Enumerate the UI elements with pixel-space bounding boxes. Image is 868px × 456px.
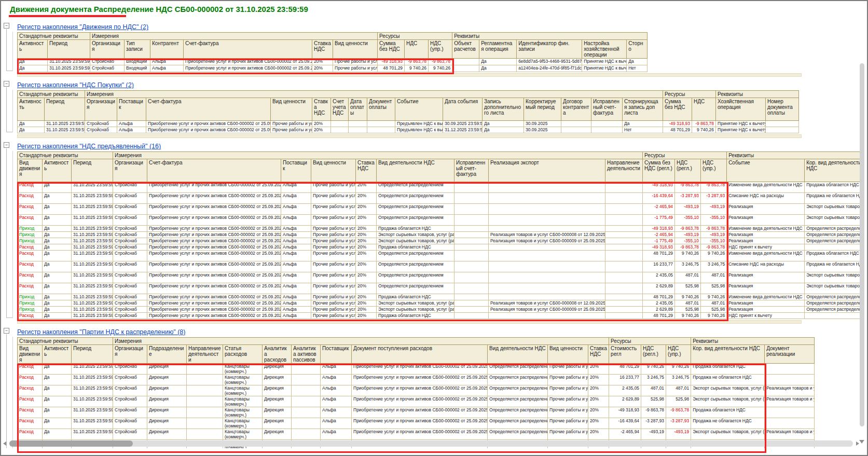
cell[interactable]: Экспорт сырьевых товаров, услуг (работ) <box>377 232 454 238</box>
cell[interactable]: 20% <box>356 261 377 272</box>
cell[interactable]: Приобретение услуг и прочих активов СБ00… <box>147 182 281 193</box>
cell[interactable] <box>605 283 643 294</box>
cell[interactable]: Экспорт сырьевых товаров, услуг (работ) <box>805 204 860 215</box>
cell[interactable]: Расход <box>18 418 43 429</box>
cell[interactable]: Расход <box>18 407 43 418</box>
cell[interactable]: Реализация товаров и услуг СБ00-000009 о… <box>489 307 605 313</box>
cell[interactable]: Предъявлен НДС к вычету <box>395 127 443 133</box>
cell[interactable]: Реализация товаров и услуг СБ00-000008 о… <box>489 300 605 307</box>
cell[interactable]: 20% <box>356 294 377 300</box>
cell[interactable]: Стройснаб <box>85 127 117 133</box>
cell[interactable] <box>489 261 605 272</box>
cell[interactable] <box>561 121 591 127</box>
cell[interactable]: 487,01 <box>675 272 701 283</box>
cell[interactable] <box>489 215 605 226</box>
cell[interactable]: 31.10.2025 23:59:59 <box>72 294 113 300</box>
cell[interactable]: Стройснаб <box>113 429 147 440</box>
cell[interactable] <box>454 226 489 232</box>
cell[interactable]: Да <box>43 385 72 396</box>
cell[interactable]: Стройснаб <box>90 59 125 65</box>
cell[interactable]: Расход <box>18 364 43 375</box>
cell[interactable]: Стройснаб <box>113 364 147 375</box>
cell[interactable]: Определяется распределением <box>488 364 548 375</box>
cell[interactable]: Стройснаб <box>113 251 147 261</box>
cell[interactable] <box>454 313 489 319</box>
cell[interactable]: Приход <box>18 238 43 244</box>
cell[interactable]: Канцтовары (коммерч.) <box>223 385 263 396</box>
cell[interactable] <box>605 238 643 244</box>
cell[interactable]: Стройснаб <box>113 232 147 238</box>
cell[interactable]: Канцтовары (коммерч.) <box>223 418 263 429</box>
cell[interactable]: 20% <box>588 418 609 429</box>
cell[interactable]: 20% <box>356 215 377 226</box>
cell[interactable]: Реализация <box>727 215 805 226</box>
cell[interactable]: 6e8dd7a5-9f53-4468-9531-5d87b6b9ab5b <box>517 59 582 65</box>
cell[interactable] <box>187 375 223 385</box>
cell[interactable]: Да <box>43 407 72 418</box>
cell[interactable]: Расход <box>18 385 43 396</box>
cell[interactable]: Да <box>479 65 517 72</box>
cell[interactable]: Экспорт сырьевых товаров, услуг (работ) <box>691 429 765 440</box>
cell[interactable]: Прочие работы и услуги <box>311 283 356 294</box>
cell[interactable]: Определяется распределением <box>805 307 860 313</box>
register-link[interactable]: Регистр накопления "Движения по НДС" (2) <box>17 23 148 31</box>
cell[interactable] <box>591 127 623 133</box>
cell[interactable]: Прочие работы и услуги <box>333 65 378 72</box>
cell[interactable]: Стройснаб <box>113 407 147 418</box>
cell[interactable]: Приобретение услуг и прочих активов СБ00… <box>352 418 488 429</box>
cell[interactable] <box>605 272 643 283</box>
cell[interactable]: Альфа <box>281 182 311 193</box>
cell[interactable]: Да <box>43 429 72 440</box>
cell[interactable]: Прочие работы и услуги <box>548 418 588 429</box>
cell[interactable]: Альфа <box>281 226 311 232</box>
cell[interactable] <box>605 232 643 238</box>
cell[interactable] <box>187 385 223 396</box>
cell[interactable]: Альфа <box>281 272 311 283</box>
cell[interactable]: Принятие НДС к вычету <box>582 65 627 72</box>
cell[interactable]: Продажа облагается НДС <box>377 244 454 251</box>
cell[interactable]: 16 233,77 <box>643 261 675 272</box>
cell[interactable]: Приобретение услуг и прочих активов СБ00… <box>184 65 312 72</box>
cell[interactable]: 487,01 <box>675 300 701 307</box>
cell[interactable]: Альфа <box>281 204 311 215</box>
cell[interactable]: 20% <box>356 300 377 307</box>
cell[interactable]: -2 465,94 <box>643 204 675 215</box>
cell[interactable] <box>489 272 605 283</box>
cell[interactable]: Прочие работы и услуги <box>311 232 356 238</box>
cell[interactable]: Приобретение услуг и прочих активов СБ00… <box>147 283 281 294</box>
cell[interactable]: Да <box>479 59 517 65</box>
cell[interactable]: 20% <box>356 232 377 238</box>
cell[interactable]: -355,10 <box>701 215 727 226</box>
cell[interactable]: Прочие работы и услуги <box>311 272 356 283</box>
cell[interactable]: Определяется распределением <box>805 294 860 300</box>
cell[interactable]: Канцтовары (коммерч.) <box>223 429 263 440</box>
cell[interactable]: 9 740,26 <box>675 294 701 300</box>
cell[interactable]: Определяется распределением <box>805 238 860 244</box>
cell[interactable]: Стройснаб <box>113 418 147 429</box>
cell[interactable]: 31.10.2025 23:59:59 <box>72 313 113 319</box>
cell[interactable]: Определяется распределением <box>488 407 548 418</box>
cell[interactable]: Продажа облагается НДС <box>377 294 454 300</box>
cell[interactable]: 20% <box>312 121 331 127</box>
cell[interactable]: Приобретение услуг и прочих активов СБ00… <box>146 121 271 127</box>
cell[interactable]: Определяется распределением <box>488 385 548 396</box>
register-link[interactable]: Регистр накопления "НДС предъявленный" (… <box>17 143 161 150</box>
cell[interactable]: -493,19 <box>675 204 701 215</box>
scroll-down-icon[interactable] <box>859 440 864 444</box>
cell[interactable]: Канцтовары (коммерч.) <box>223 364 263 375</box>
cell[interactable]: Входящий <box>125 65 150 72</box>
cell[interactable]: -355,10 <box>701 238 727 244</box>
cell[interactable]: Да <box>43 375 72 385</box>
cell[interactable]: Определяется распределением <box>377 182 454 193</box>
cell[interactable]: -1 775,49 <box>643 238 675 244</box>
cell[interactable]: -355,10 <box>675 215 701 226</box>
cell[interactable]: Списание НДС на расходы <box>727 193 805 204</box>
cell[interactable]: 9 740,26 <box>429 65 452 72</box>
cell[interactable]: Продажа облагается НДС <box>377 226 454 232</box>
cell[interactable]: 525,98 <box>701 283 727 294</box>
cell[interactable] <box>605 261 643 272</box>
cell[interactable] <box>187 364 223 375</box>
cell[interactable]: Да <box>43 238 72 244</box>
cell[interactable]: 31.10.2025 23:59:59 <box>45 127 85 133</box>
cell[interactable]: Расход <box>18 182 43 193</box>
